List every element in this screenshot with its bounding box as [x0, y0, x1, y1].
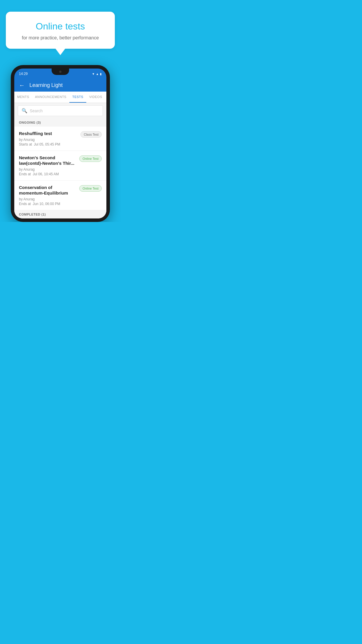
- test-info: Newton's Second law(contd)-Newton's Thir…: [19, 155, 76, 176]
- tabs-container: MENTS ANNOUNCEMENTS TESTS VIDEOS: [14, 92, 106, 103]
- signal-icon: ▲: [96, 72, 99, 76]
- test-date: Ends at Jul 06, 10:45 AM: [19, 172, 76, 176]
- test-badge: Online Test: [79, 185, 102, 192]
- completed-section-header: COMPLETED (1): [14, 210, 106, 218]
- test-info: Reshuffling test by Anurag Starts at Jul…: [19, 131, 78, 146]
- test-date: Starts at Jul 05, 05:45 PM: [19, 142, 78, 146]
- test-author: by Anurag: [19, 138, 78, 142]
- back-button[interactable]: ←: [19, 82, 25, 89]
- test-name: Reshuffling test: [19, 131, 78, 136]
- test-item[interactable]: Reshuffling test by Anurag Starts at Jul…: [14, 127, 106, 151]
- bubble-title: Online tests: [14, 21, 107, 32]
- test-item[interactable]: Conservation of momentum-Equilibrium by …: [14, 181, 106, 210]
- notch: [52, 69, 69, 75]
- test-author: by Anurag: [19, 197, 76, 201]
- status-bar: 14:29 ▼ ▲ ▮: [14, 69, 106, 79]
- test-date: Ends at Jun 10, 06:00 PM: [19, 202, 76, 206]
- test-info: Conservation of momentum-Equilibrium by …: [19, 185, 76, 206]
- phone-mockup: 14:29 ▼ ▲ ▮ ← Learning Light MENTS ANNOU…: [11, 65, 110, 222]
- test-list: Reshuffling test by Anurag Starts at Jul…: [14, 127, 106, 210]
- battery-icon: ▮: [100, 72, 102, 76]
- app-title: Learning Light: [29, 82, 63, 88]
- camera-dot: [59, 71, 61, 73]
- bubble-subtitle: for more practice, better performance: [14, 35, 107, 41]
- tab-tests[interactable]: TESTS: [69, 92, 86, 103]
- test-name: Conservation of momentum-Equilibrium: [19, 185, 76, 196]
- status-icons: ▼ ▲ ▮: [92, 72, 102, 76]
- phone-screen: ← Learning Light MENTS ANNOUNCEMENTS TES…: [14, 79, 106, 218]
- test-name: Newton's Second law(contd)-Newton's Thir…: [19, 155, 76, 166]
- test-author: by Anurag: [19, 167, 76, 172]
- status-time: 14:29: [19, 72, 28, 76]
- tab-ments[interactable]: MENTS: [14, 92, 32, 103]
- search-bar-container: 🔍 Search: [14, 103, 106, 118]
- app-header: ← Learning Light: [14, 79, 106, 92]
- search-icon: 🔍: [22, 108, 27, 113]
- tab-announcements[interactable]: ANNOUNCEMENTS: [32, 92, 69, 103]
- ongoing-section-header: ONGOING (3): [14, 118, 106, 127]
- test-badge: Class Test: [80, 131, 102, 138]
- speech-bubble: Online tests for more practice, better p…: [6, 12, 115, 49]
- tab-videos[interactable]: VIDEOS: [86, 92, 105, 103]
- search-placeholder: Search: [30, 108, 43, 113]
- search-input-wrapper[interactable]: 🔍 Search: [18, 105, 103, 116]
- phone-outer: 14:29 ▼ ▲ ▮ ← Learning Light MENTS ANNOU…: [11, 65, 110, 222]
- wifi-icon: ▼: [92, 72, 95, 76]
- test-item[interactable]: Newton's Second law(contd)-Newton's Thir…: [14, 151, 106, 181]
- test-badge: Online Test: [79, 155, 102, 162]
